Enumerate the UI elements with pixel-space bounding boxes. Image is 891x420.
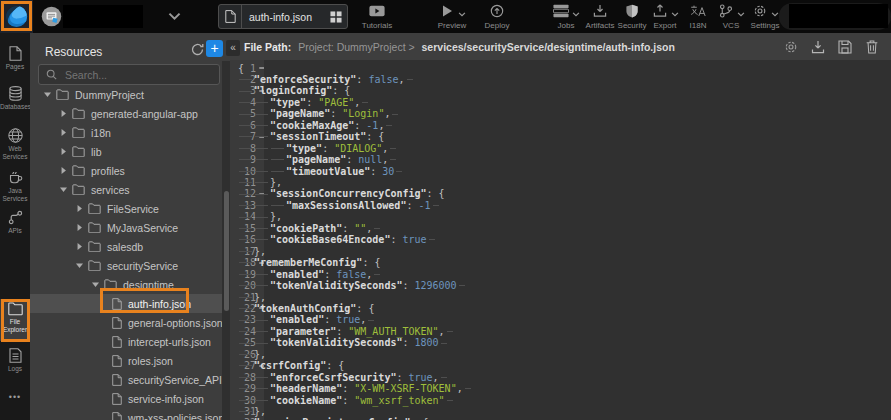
code-line: }, xyxy=(238,246,266,257)
globe-icon xyxy=(8,128,23,143)
coffee-icon xyxy=(8,170,23,185)
tree-scrollbar[interactable] xyxy=(222,61,230,420)
download-button-icon[interactable] xyxy=(811,40,825,54)
toolbar-label: Settings xyxy=(751,21,780,30)
tree-item-general-options.json[interactable]: general-options.json xyxy=(30,313,230,332)
caret-right-icon[interactable] xyxy=(76,243,88,250)
sidebar-item-apis[interactable]: APIs xyxy=(0,208,30,250)
caret-right-icon[interactable] xyxy=(76,205,88,212)
collapse-panel-button[interactable]: « xyxy=(226,40,240,56)
toolbar-tutorials[interactable]: Tutorials xyxy=(345,0,409,33)
tree-item-label: i18n xyxy=(91,127,111,139)
code-line: }, xyxy=(238,177,282,188)
folder-icon xyxy=(72,184,85,195)
project-avatar-icon[interactable] xyxy=(41,6,62,27)
tree-item-label: intercept-urls.json xyxy=(128,336,211,348)
tree-item-FileService[interactable]: FileService xyxy=(30,199,230,218)
tree-item-generated-angular-app[interactable]: generated-angular-app xyxy=(30,104,230,123)
play-icon xyxy=(439,4,455,18)
code-line: "enforceCsrfSecurity": true, xyxy=(238,372,449,383)
folder-icon xyxy=(72,146,85,157)
tree-item-i18n[interactable]: i18n xyxy=(30,123,230,142)
code-line: }, xyxy=(238,211,282,222)
caret-right-icon[interactable] xyxy=(60,129,72,136)
caret-down-icon[interactable] xyxy=(92,281,104,288)
jobs-icon xyxy=(553,4,569,18)
tree-item-securityService_API.json[interactable]: securityService_API.json xyxy=(30,370,230,389)
tree-item-intercept-urls.json[interactable]: intercept-urls.json xyxy=(30,332,230,351)
settings-button-icon[interactable] xyxy=(784,40,798,54)
code-line: "timeoutValue": 30 xyxy=(238,166,404,177)
file-icon xyxy=(112,355,122,367)
caret-right-icon[interactable] xyxy=(76,224,88,231)
tree-item-label: wm-xss-policies.json xyxy=(128,412,224,420)
tree-item-profiles[interactable]: profiles xyxy=(30,161,230,180)
tree-item-auth-info.json[interactable]: auth-info.json xyxy=(30,294,230,313)
code-line: "cookiePath": "", xyxy=(238,223,382,234)
tree-item-MyJavaService[interactable]: MyJavaService xyxy=(30,218,230,237)
database-icon xyxy=(8,86,23,101)
sidebar-item-file-explorer[interactable]: File Explorer xyxy=(0,299,30,341)
sidebar-item-label: File Explorer xyxy=(0,318,30,333)
grid-icon[interactable] xyxy=(330,11,342,23)
caret-down-icon[interactable] xyxy=(60,186,72,193)
tree-item-salesdb[interactable]: salesdb xyxy=(30,237,230,256)
chevron-down-icon xyxy=(771,12,779,17)
sidebar-item-logs[interactable]: Logs xyxy=(0,346,30,388)
toolbar-deploy[interactable]: Deploy xyxy=(465,0,529,33)
code-line: "headerName": "X-WM-XSRF-TOKEN", xyxy=(238,383,473,394)
tree-item-services[interactable]: services xyxy=(30,180,230,199)
tree-item-securityService[interactable]: securityService xyxy=(30,256,230,275)
tree-item-label: lib xyxy=(91,146,102,158)
sidebar-item-web-services[interactable]: Web Services xyxy=(0,126,30,168)
file-icon xyxy=(112,298,122,310)
tree-scrollbar-thumb[interactable] xyxy=(224,191,229,311)
folder-icon xyxy=(88,241,101,252)
sidebar-item-databases[interactable]: Databases xyxy=(0,84,30,126)
code-lines[interactable]: {"enforceSecurity": false,"loginConfig":… xyxy=(230,60,857,420)
code-line: "cookieBase64Encode": true xyxy=(238,234,437,245)
refresh-icon[interactable] xyxy=(191,43,204,56)
caret-right-icon[interactable] xyxy=(60,110,72,117)
more-options-label: ••• xyxy=(9,392,21,402)
file-icon xyxy=(112,393,122,405)
delete-button-icon[interactable] xyxy=(865,40,879,54)
toolbar-label: Deploy xyxy=(485,21,510,30)
caret-down-icon[interactable] xyxy=(76,262,88,269)
app-logo[interactable] xyxy=(0,0,33,33)
caret-right-icon[interactable] xyxy=(60,167,72,174)
tree-item-label: securityService_API.json xyxy=(128,374,230,386)
tree-item-wm-xss-policies.json[interactable]: wm-xss-policies.json xyxy=(30,408,230,420)
code-line: "sessionTimeout": { xyxy=(238,131,384,142)
tree-item-designtime[interactable]: designtime xyxy=(30,275,230,294)
tree-item-roles.json[interactable]: roles.json xyxy=(30,351,230,370)
open-file-tab[interactable]: auth-info.json xyxy=(218,4,348,29)
save-button-icon[interactable] xyxy=(838,40,852,54)
code-line: "pageName": null, xyxy=(238,154,398,165)
code-line: "type": "PAGE", xyxy=(238,97,370,108)
search-input[interactable] xyxy=(63,68,207,82)
folder-icon xyxy=(88,222,101,233)
caret-down-icon[interactable] xyxy=(44,91,56,98)
code-line: "sessionConcurrencyConfig": { xyxy=(238,188,445,199)
caret-right-icon[interactable] xyxy=(60,148,72,155)
tree-item-label: FileService xyxy=(107,203,159,215)
sidebar-item-[interactable]: ••• xyxy=(0,390,30,420)
project-chevron-down-icon[interactable] xyxy=(168,12,181,21)
redacted-user-info xyxy=(789,4,888,28)
sidebar-item-pages[interactable]: Pages xyxy=(0,44,30,86)
sidebar-item-java-services[interactable]: Java Services xyxy=(0,168,30,210)
video-icon xyxy=(369,4,385,18)
code-line: "maxSessionsAllowed": -1 xyxy=(238,200,441,211)
tree-item-label: roles.json xyxy=(128,355,173,367)
code-line: "cookieName": "wm_xsrf_token" xyxy=(238,395,455,406)
file-icon xyxy=(112,412,122,420)
tree-item-DummyProject[interactable]: DummyProject xyxy=(30,85,230,104)
toolbar-label: Preview xyxy=(438,21,466,30)
add-resource-button[interactable]: + xyxy=(206,40,223,57)
code-line: "pageName": "Login", xyxy=(238,108,400,119)
tree-item-service-info.json[interactable]: service-info.json xyxy=(30,389,230,408)
folder-icon xyxy=(72,165,85,176)
code-line: "enabled": false, xyxy=(238,269,382,280)
tree-item-lib[interactable]: lib xyxy=(30,142,230,161)
